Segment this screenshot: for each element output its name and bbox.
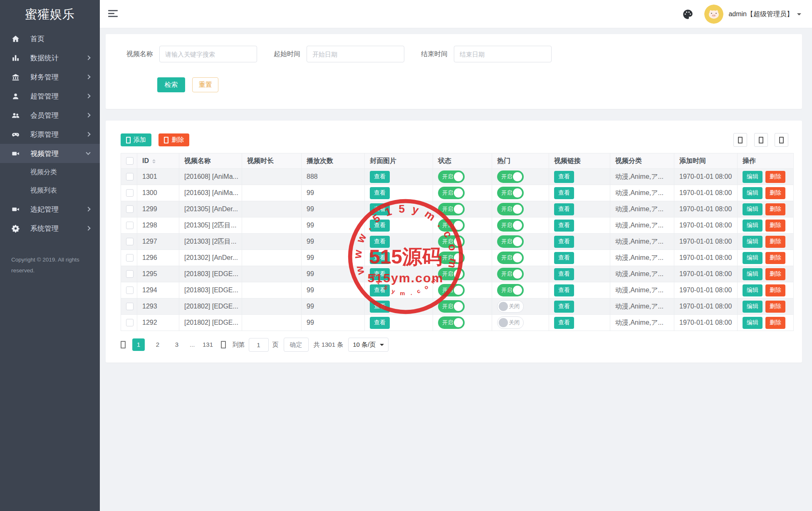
hot-toggle[interactable]: 开启 — [497, 219, 524, 232]
row-checkbox[interactable] — [126, 222, 134, 229]
delete-row-button[interactable]: 删除 — [765, 268, 785, 280]
edit-button[interactable]: 编辑 — [743, 268, 762, 280]
sidebar-item-concubine[interactable]: 选妃管理 — [0, 200, 100, 219]
delete-row-button[interactable]: 删除 — [765, 171, 785, 183]
sidebar-item-lottery[interactable]: 彩票管理 — [0, 125, 100, 144]
refresh-button[interactable] — [733, 133, 747, 147]
sidebar-item-video[interactable]: 视频管理 — [0, 144, 100, 163]
hot-toggle[interactable]: 关闭 — [497, 316, 524, 329]
status-toggle[interactable]: 开启 — [438, 203, 465, 215]
avatar[interactable] — [704, 5, 723, 24]
status-toggle[interactable]: 开启 — [438, 170, 465, 183]
video-name-input[interactable] — [159, 46, 257, 62]
view-link-button[interactable]: 查看 — [554, 317, 574, 329]
next-page-icon[interactable] — [221, 341, 226, 348]
status-toggle[interactable]: 开启 — [438, 268, 465, 280]
delete-row-button[interactable]: 删除 — [765, 187, 785, 199]
row-checkbox[interactable] — [126, 238, 134, 245]
delete-row-button[interactable]: 删除 — [765, 317, 785, 329]
start-date-input[interactable] — [307, 46, 404, 62]
status-toggle[interactable]: 开启 — [438, 219, 465, 232]
search-button[interactable]: 检索 — [157, 77, 185, 92]
end-date-input[interactable] — [454, 46, 552, 62]
row-checkbox[interactable] — [126, 303, 134, 310]
delete-row-button[interactable]: 删除 — [765, 203, 785, 215]
row-checkbox[interactable] — [126, 205, 134, 213]
sidebar-item-video-list[interactable]: 视频列表 — [0, 181, 100, 200]
view-cover-button[interactable]: 查看 — [370, 284, 390, 296]
status-toggle[interactable]: 开启 — [438, 300, 465, 313]
columns-button[interactable] — [754, 133, 768, 147]
status-toggle[interactable]: 开启 — [438, 316, 465, 329]
batch-delete-button[interactable]: 删除 — [158, 133, 189, 146]
edit-button[interactable]: 编辑 — [743, 203, 762, 215]
row-checkbox[interactable] — [126, 173, 134, 180]
row-checkbox[interactable] — [126, 319, 134, 326]
sidebar-item-system[interactable]: 系统管理 — [0, 219, 100, 238]
view-link-button[interactable]: 查看 — [554, 252, 574, 264]
add-button[interactable]: 添加 — [121, 133, 151, 146]
page-button-131[interactable]: 131 — [202, 338, 214, 351]
edit-button[interactable]: 编辑 — [743, 220, 762, 232]
sidebar-item-home[interactable]: 首页 — [0, 29, 100, 48]
view-link-button[interactable]: 查看 — [554, 301, 574, 313]
edit-button[interactable]: 编辑 — [743, 187, 762, 199]
sort-icon[interactable] — [152, 159, 156, 163]
edit-button[interactable]: 编辑 — [743, 252, 762, 264]
hot-toggle[interactable]: 开启 — [497, 268, 524, 280]
hot-toggle[interactable]: 开启 — [497, 203, 524, 215]
export-button[interactable] — [775, 133, 788, 147]
delete-row-button[interactable]: 删除 — [765, 236, 785, 248]
view-cover-button[interactable]: 查看 — [370, 317, 390, 329]
reset-button[interactable]: 重置 — [192, 77, 218, 92]
user-menu[interactable]: admin【超级管理员】 — [728, 10, 801, 19]
edit-button[interactable]: 编辑 — [743, 284, 762, 296]
row-checkbox[interactable] — [126, 189, 134, 197]
row-checkbox[interactable] — [126, 286, 134, 294]
view-link-button[interactable]: 查看 — [554, 203, 574, 215]
sidebar-item-admins[interactable]: 超管管理 — [0, 86, 100, 106]
hot-toggle[interactable]: 开启 — [497, 235, 524, 248]
status-toggle[interactable]: 开启 — [438, 187, 465, 199]
view-cover-button[interactable]: 查看 — [370, 252, 390, 264]
view-cover-button[interactable]: 查看 — [370, 220, 390, 232]
view-link-button[interactable]: 查看 — [554, 268, 574, 280]
view-cover-button[interactable]: 查看 — [370, 203, 390, 215]
prev-page-icon[interactable] — [121, 341, 126, 348]
edit-button[interactable]: 编辑 — [743, 317, 762, 329]
status-toggle[interactable]: 开启 — [438, 284, 465, 296]
status-toggle[interactable]: 开启 — [438, 252, 465, 264]
sidebar-item-video-category[interactable]: 视频分类 — [0, 163, 100, 181]
view-cover-button[interactable]: 查看 — [370, 236, 390, 248]
hot-toggle[interactable]: 开启 — [497, 187, 524, 199]
view-cover-button[interactable]: 查看 — [370, 268, 390, 280]
view-link-button[interactable]: 查看 — [554, 187, 574, 199]
delete-row-button[interactable]: 删除 — [765, 220, 785, 232]
hot-toggle[interactable]: 开启 — [497, 284, 524, 296]
select-all-checkbox[interactable] — [126, 157, 134, 165]
view-link-button[interactable]: 查看 — [554, 171, 574, 183]
page-size-select[interactable]: 10 条/页 — [348, 338, 389, 352]
edit-button[interactable]: 编辑 — [743, 171, 762, 183]
hot-toggle[interactable]: 关闭 — [497, 300, 524, 313]
delete-row-button[interactable]: 删除 — [765, 284, 785, 296]
row-checkbox[interactable] — [126, 254, 134, 262]
row-checkbox[interactable] — [126, 270, 134, 278]
palette-icon[interactable] — [682, 9, 693, 20]
view-link-button[interactable]: 查看 — [554, 236, 574, 248]
sidebar-item-finance[interactable]: 财务管理 — [0, 67, 100, 86]
sidebar-item-stats[interactable]: 数据统计 — [0, 48, 100, 67]
page-button-2[interactable]: 2 — [151, 338, 164, 351]
confirm-button[interactable]: 确定 — [284, 338, 309, 352]
view-cover-button[interactable]: 查看 — [370, 187, 390, 199]
view-cover-button[interactable]: 查看 — [370, 301, 390, 313]
hot-toggle[interactable]: 开启 — [497, 252, 524, 264]
view-cover-button[interactable]: 查看 — [370, 171, 390, 183]
page-button-1[interactable]: 1 — [132, 338, 145, 351]
edit-button[interactable]: 编辑 — [743, 301, 762, 313]
status-toggle[interactable]: 开启 — [438, 235, 465, 248]
delete-row-button[interactable]: 删除 — [765, 301, 785, 313]
menu-toggle-icon[interactable] — [108, 10, 118, 19]
sidebar-item-members[interactable]: 会员管理 — [0, 106, 100, 125]
view-link-button[interactable]: 查看 — [554, 284, 574, 296]
